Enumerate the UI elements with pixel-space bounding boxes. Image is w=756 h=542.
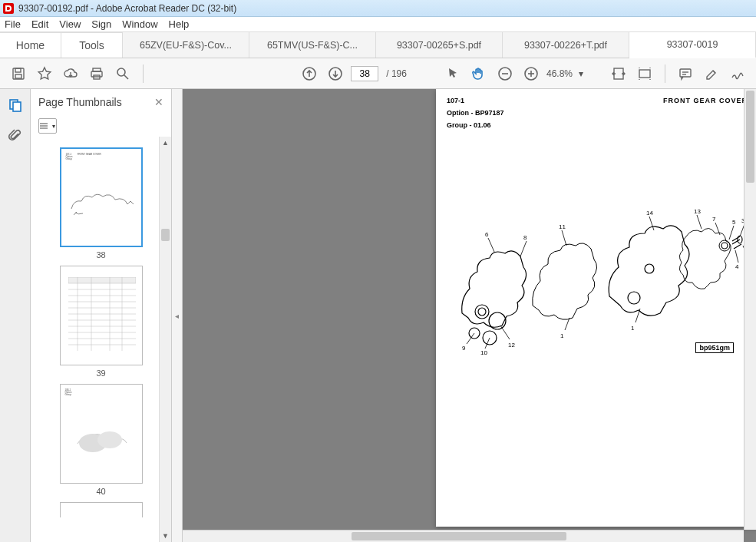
page-number-input[interactable] xyxy=(351,66,378,81)
left-rail xyxy=(0,89,31,542)
technical-drawing: 6 8 11 14 13 7 5 3 2 4 1 1 12 10 xyxy=(447,190,748,359)
toolbar: / 196 46.8%▾ xyxy=(0,58,756,89)
svg-text:6: 6 xyxy=(485,231,489,238)
svg-text:11: 11 xyxy=(559,223,566,230)
svg-line-54 xyxy=(520,241,527,256)
page-down-icon[interactable] xyxy=(325,63,346,84)
svg-rect-4 xyxy=(91,71,102,77)
doc-tab-4[interactable]: 93307-0019 xyxy=(629,32,756,58)
svg-text:1: 1 xyxy=(560,332,564,339)
svg-text:1: 1 xyxy=(631,325,635,332)
svg-point-47 xyxy=(719,240,730,251)
page-up-icon[interactable] xyxy=(299,63,320,84)
scroll-down-icon[interactable]: ▼ xyxy=(160,530,171,542)
thumbnail-40[interactable]: 108-1OptionGroup 40 xyxy=(60,384,143,496)
page-ref: 107-1 xyxy=(447,97,464,104)
tab-home[interactable]: Home xyxy=(0,32,61,58)
thumb-num-39: 39 xyxy=(60,368,143,378)
svg-rect-2 xyxy=(15,74,21,78)
svg-point-48 xyxy=(721,243,728,249)
svg-rect-17 xyxy=(680,69,691,77)
scroll-handle-h[interactable] xyxy=(352,532,566,540)
page-title: FRONT GEAR COVER xyxy=(663,97,748,104)
tab-tools[interactable]: Tools xyxy=(61,32,123,58)
svg-rect-1 xyxy=(15,68,21,72)
page-total: / 196 xyxy=(386,68,407,79)
window-title: 93307-00192.pdf - Adobe Acrobat Reader D… xyxy=(18,3,236,14)
collapse-panel-icon[interactable]: ◂ xyxy=(172,89,183,542)
zoom-level[interactable]: 46.8%▾ xyxy=(546,68,583,79)
document-viewer[interactable]: 107-1 FRONT GEAR COVER Option - BP97187 … xyxy=(183,89,756,542)
doc-option: Option - BP97187 xyxy=(447,109,748,117)
svg-rect-21 xyxy=(13,102,21,111)
tab-bar: Home Tools 65ZV(EU-F&S)-Cov... 65TMV(US-… xyxy=(0,32,756,58)
window-title-bar: 93307-00192.pdf - Adobe Acrobat Reader D… xyxy=(0,0,756,17)
panel-options-icon[interactable]: ▾ xyxy=(38,118,57,134)
attachment-icon[interactable] xyxy=(7,127,24,144)
save-icon[interactable] xyxy=(8,63,29,84)
menu-help[interactable]: Help xyxy=(169,18,190,30)
svg-line-64 xyxy=(729,226,734,240)
svg-text:13: 13 xyxy=(694,208,701,215)
scroll-handle-v[interactable] xyxy=(746,91,754,183)
doc-tab-3[interactable]: 93307-00226+T.pdf xyxy=(503,32,629,58)
drawing-ref: bp951gm xyxy=(695,342,734,353)
svg-rect-0 xyxy=(13,68,24,79)
svg-rect-25 xyxy=(68,277,136,283)
fit-width-icon[interactable] xyxy=(608,63,629,84)
svg-text:5: 5 xyxy=(732,219,736,226)
viewer-scrollbar-vertical[interactable] xyxy=(744,89,756,530)
search-icon[interactable] xyxy=(112,63,134,84)
toolbar-divider xyxy=(143,64,144,83)
thumbnails-icon[interactable] xyxy=(7,97,24,114)
app-icon xyxy=(3,3,14,14)
cloud-icon[interactable] xyxy=(60,63,81,84)
comment-icon[interactable] xyxy=(675,63,696,84)
sign-icon[interactable] xyxy=(727,63,748,84)
pointer-icon[interactable] xyxy=(442,63,464,84)
print-icon[interactable] xyxy=(86,63,107,84)
zoom-out-icon[interactable] xyxy=(494,63,516,84)
hand-icon[interactable] xyxy=(468,63,490,84)
thumb-num-40: 40 xyxy=(60,487,143,496)
svg-point-41 xyxy=(97,431,122,448)
svg-point-44 xyxy=(478,308,486,316)
svg-text:10: 10 xyxy=(480,349,487,356)
doc-tab-0[interactable]: 65ZV(EU-F&S)-Cov... xyxy=(123,32,249,58)
zoom-in-icon[interactable] xyxy=(520,63,542,84)
thumbnails-scrollbar[interactable]: ▲ ▼ xyxy=(159,137,171,542)
star-icon[interactable] xyxy=(34,63,55,84)
svg-point-42 xyxy=(475,305,489,319)
svg-line-7 xyxy=(124,75,128,79)
doc-tab-2[interactable]: 93307-00265+S.pdf xyxy=(376,32,503,58)
toolbar-divider-2 xyxy=(665,64,665,83)
close-panel-icon[interactable]: ✕ xyxy=(154,96,163,108)
thumb-num-38: 38 xyxy=(60,250,143,259)
menu-file[interactable]: File xyxy=(5,18,21,30)
scroll-handle[interactable] xyxy=(161,229,170,241)
svg-line-60 xyxy=(697,215,702,229)
menu-bar: File Edit View Sign Window Help xyxy=(0,17,756,32)
menu-edit[interactable]: Edit xyxy=(31,18,48,30)
thumbnail-41[interactable] xyxy=(60,502,143,517)
svg-text:4: 4 xyxy=(735,263,739,270)
viewer-scrollbar-horizontal[interactable] xyxy=(183,530,744,542)
svg-text:12: 12 xyxy=(508,342,515,349)
thumbnail-38[interactable]: 107-1 FRONT GEAR COVEROptionGroup 38 xyxy=(60,147,143,259)
thumbnails-panel: Page Thumbnails ✕ ▾ 107-1 FRONT GEAR COV… xyxy=(31,89,172,542)
svg-rect-16 xyxy=(639,70,650,78)
doc-tab-1[interactable]: 65TMV(US-F&S)-C... xyxy=(249,32,376,58)
menu-sign[interactable]: Sign xyxy=(91,18,111,30)
doc-group: Group - 01.06 xyxy=(447,121,748,129)
svg-point-6 xyxy=(117,68,125,76)
menu-window[interactable]: Window xyxy=(122,18,157,30)
thumbnails-list: 107-1 FRONT GEAR COVEROptionGroup 38 39 … xyxy=(31,137,171,542)
fit-page-icon[interactable] xyxy=(634,63,655,84)
panel-title: Page Thumbnails xyxy=(38,96,122,108)
highlight-icon[interactable] xyxy=(701,63,722,84)
menu-view[interactable]: View xyxy=(59,18,81,30)
scroll-up-icon[interactable]: ▲ xyxy=(160,137,171,149)
panel-header: Page Thumbnails ✕ xyxy=(31,89,171,115)
pdf-page: 107-1 FRONT GEAR COVER Option - BP97187 … xyxy=(436,89,756,527)
thumbnail-39[interactable]: 39 xyxy=(60,266,143,378)
